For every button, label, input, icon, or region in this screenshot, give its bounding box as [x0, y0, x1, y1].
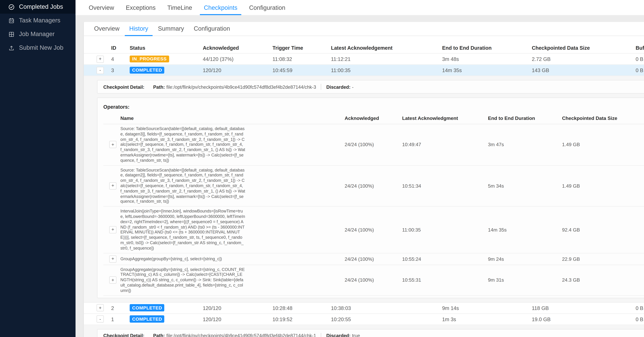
checkpoint-path: file:/opt/flink/pv/checkpoints/4b9ce41d9…: [166, 333, 316, 337]
tab-label: History: [129, 25, 148, 32]
operator-row-group-aggregate: + GroupAggregate(groupBy=[string_c], sel…: [103, 253, 644, 265]
cell-acknowledged: 120/120: [203, 67, 272, 73]
tab-timeline[interactable]: TimeLine: [162, 0, 198, 15]
cell-acknowledged: 24/24 (100%): [345, 256, 402, 262]
flink-dashboard: Completed Jobs Task Managers Job Manager…: [0, 0, 644, 337]
cell-end-to-end-duration: 9m 31s: [488, 277, 562, 283]
tab-checkpoints-configuration[interactable]: Configuration: [189, 22, 235, 36]
checkpoint-detail-label: Checkpoint Detail:: [103, 84, 144, 90]
tab-label: Overview: [89, 4, 114, 11]
main-area: Overview Exceptions TimeLine Checkpoints…: [76, 0, 644, 337]
divider: [321, 332, 322, 337]
expand-button[interactable]: +: [96, 304, 104, 312]
cell-end-to-end-duration: 14m 35s: [488, 227, 562, 232]
cell-latest-acknowledgment: 10:51:34: [402, 183, 488, 188]
cell-trigger-time: 11:08:32: [272, 56, 331, 62]
cell-acknowledged: 44/120 (37%): [203, 56, 272, 62]
job-manager-icon: [8, 31, 14, 37]
expand-button[interactable]: +: [109, 226, 116, 233]
collapse-button[interactable]: -: [96, 66, 104, 74]
checkpoint-3-expanded-panel: Checkpoint Detail: Path: file:/opt/flink…: [84, 76, 644, 302]
path-label: Path:: [153, 333, 165, 337]
tab-label: Exceptions: [126, 4, 156, 11]
cell-acknowledged: 24/24 (100%): [345, 183, 402, 188]
column-name: Name: [120, 116, 345, 121]
collapse-button[interactable]: -: [96, 315, 104, 323]
cell-trigger-time: 10:19:52: [272, 316, 331, 322]
divider: [321, 84, 322, 90]
cell-end-to-end-duration: 3m 47s: [488, 142, 562, 147]
operators-panel: Operators: Name Acknowledged Latest Ackn…: [97, 98, 644, 298]
path-label: Path:: [153, 84, 165, 90]
cell-checkpointed-data-size: 118 GB: [532, 305, 636, 310]
cell-latest-acknowledgement: 10:20:55: [331, 316, 442, 322]
tab-checkpoints[interactable]: Checkpoints: [198, 0, 243, 15]
cell-latest-acknowledgment: 10:55:24: [402, 256, 488, 262]
expand-button[interactable]: +: [109, 255, 116, 262]
sidebar-item-completed-jobs[interactable]: Completed Jobs: [0, 0, 76, 14]
cell-trigger-time: 10:28:48: [272, 305, 331, 310]
tab-label: Overview: [94, 25, 120, 32]
sidebar-item-label: Completed Jobs: [19, 3, 63, 10]
sidebar-item-label: Submit New Job: [19, 44, 63, 51]
expand-button[interactable]: +: [109, 182, 116, 190]
cell-checkpointed-data-size: 19.0 GB: [532, 316, 636, 322]
column-latest-acknowledgment: Latest Acknowledgment: [402, 116, 488, 121]
tab-checkpoints-history[interactable]: History: [124, 22, 153, 36]
tab-checkpoints-summary[interactable]: Summary: [153, 22, 189, 36]
tab-label: Checkpoints: [204, 4, 238, 11]
cell-acknowledged: 24/24 (100%): [345, 277, 402, 283]
operator-name: Source: TableSourceScan(table=[[default_…: [120, 126, 245, 163]
tab-overview[interactable]: Overview: [83, 0, 120, 15]
cell-checkpointed-data-size: 1.49 GB: [562, 183, 644, 188]
expand-button[interactable]: +: [109, 141, 116, 148]
cell-buffered-during-alignment: 0 B: [636, 305, 644, 310]
column-acknowledged: Acknowledged: [203, 45, 272, 50]
tab-label: Configuration: [194, 25, 230, 32]
checkpoint-row-4: + 4 IN_PROGRESS 44/120 (37%) 11:08:32 11…: [84, 54, 644, 65]
tab-configuration[interactable]: Configuration: [243, 0, 291, 15]
sidebar-item-job-manager[interactable]: Job Manager: [0, 27, 76, 41]
tab-checkpoints-overview[interactable]: Overview: [89, 22, 124, 36]
column-trigger-time: Trigger Time: [272, 45, 331, 50]
job-tab-bar: Overview Exceptions TimeLine Checkpoints…: [76, 0, 644, 15]
column-checkpointed-data-size: Checkpointed Data Size: [562, 116, 644, 121]
cell-checkpointed-data-size: 24.3 GB: [562, 277, 644, 283]
cell-id: 2: [111, 305, 130, 310]
expand-button[interactable]: +: [96, 55, 104, 63]
operator-row-group-aggregate-sink: + GroupAggregate(groupBy=[string_c], sel…: [103, 265, 644, 296]
operator-row-source-datagen3: + Source: TableSourceScan(table=[[defaul…: [103, 124, 644, 166]
sidebar-item-label: Task Managers: [19, 17, 60, 24]
checkpoint-row-2: + 2 COMPLETED 120/120 10:28:48 10:38:03 …: [84, 302, 644, 314]
sidebar: Completed Jobs Task Managers Job Manager…: [0, 0, 76, 337]
discarded-label: Discarded:: [326, 333, 350, 337]
cell-acknowledged: 120/120: [203, 316, 272, 322]
cell-buffered-during-alignment: 0 B: [636, 56, 644, 62]
cell-checkpointed-data-size: 92.4 GB: [562, 227, 644, 232]
cell-checkpointed-data-size: 143 GB: [532, 67, 636, 73]
checkpoint-path: file:/opt/flink/pv/checkpoints/4b9ce41d9…: [166, 84, 316, 90]
tab-label: Summary: [158, 25, 184, 32]
checkpoint-row-1: - 1 COMPLETED 120/120 10:19:52 10:20:55 …: [84, 314, 644, 325]
operator-name: Source: TableSourceScan(table=[[default_…: [120, 168, 245, 204]
tab-exceptions[interactable]: Exceptions: [120, 0, 162, 15]
cell-end-to-end-duration: 14m 35s: [442, 67, 532, 73]
upload-icon: [8, 44, 14, 51]
discarded-value: true: [352, 333, 360, 337]
cell-latest-acknowledgement: 11:12:21: [331, 56, 442, 62]
expand-button[interactable]: +: [109, 276, 116, 284]
cell-acknowledged: 24/24 (100%): [345, 227, 402, 232]
cell-acknowledged: 120/120: [203, 305, 272, 310]
cell-latest-acknowledgment: 10:49:47: [402, 142, 488, 147]
cell-buffered-during-alignment: 0 B: [636, 67, 644, 73]
cell-end-to-end-duration: 9m 24s: [488, 256, 562, 262]
sidebar-item-submit-new-job[interactable]: Submit New Job: [0, 41, 76, 54]
cell-checkpointed-data-size: 1.49 GB: [562, 142, 644, 147]
column-latest-acknowledgement: Latest Acknowledgement: [331, 45, 442, 50]
cell-id: 4: [111, 56, 130, 62]
cell-latest-acknowledgement: 11:00:35: [331, 67, 442, 73]
sidebar-item-task-managers[interactable]: Task Managers: [0, 14, 76, 27]
cell-end-to-end-duration: 5m 34s: [488, 183, 562, 188]
cell-latest-acknowledgment: 10:55:31: [402, 277, 488, 283]
column-status: Status: [130, 45, 203, 50]
